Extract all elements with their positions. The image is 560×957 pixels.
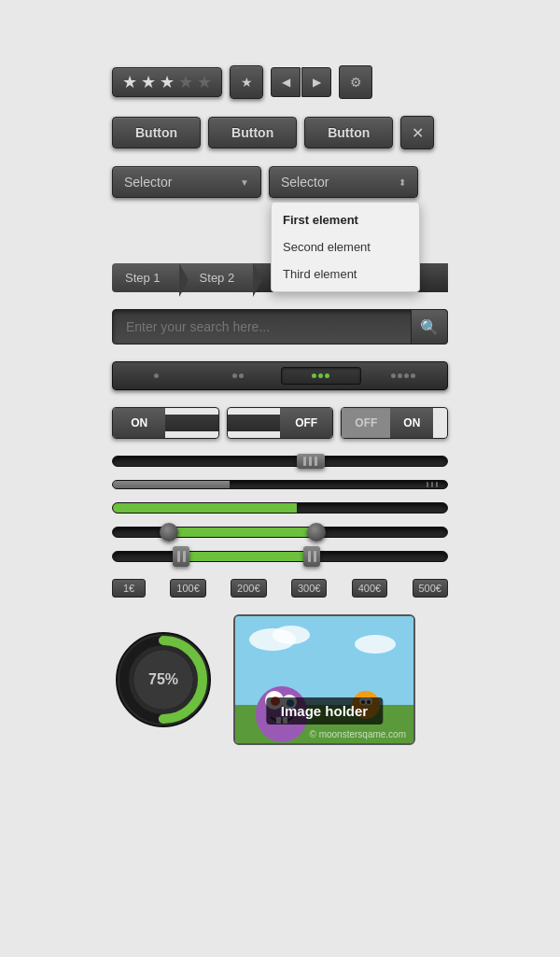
star-single-button[interactable]: ★ xyxy=(230,65,263,99)
next-arrow-button[interactable]: ▶ xyxy=(301,67,331,97)
star-3[interactable]: ★ xyxy=(160,74,175,91)
bottom-row: 75% xyxy=(112,614,448,745)
button-1[interactable]: Button xyxy=(112,117,201,148)
dropdown-item-1[interactable]: First element xyxy=(272,206,419,233)
selector-right-label: Selector xyxy=(281,175,329,190)
selector-left[interactable]: Selector ▼ xyxy=(112,166,261,198)
prev-arrow-button[interactable]: ◀ xyxy=(271,67,301,97)
nav-arrows: ◀ ▶ xyxy=(271,67,331,97)
button-3[interactable]: Button xyxy=(304,117,393,148)
range-label-5: 500€ xyxy=(413,579,448,598)
selector-row: Selector ▼ Selector ⬍ First element Seco… xyxy=(112,166,448,198)
step-2[interactable]: Step 2 xyxy=(179,263,254,292)
button-2[interactable]: Button xyxy=(208,117,297,148)
slider-2-fill xyxy=(113,481,230,488)
button-row: Button Button Button ✕ xyxy=(112,116,448,149)
progress-percent: 75% xyxy=(148,671,178,688)
chevron-down-icon: ▼ xyxy=(240,177,249,188)
selector-left-label: Selector xyxy=(124,175,172,190)
slider-3-fill xyxy=(113,503,297,513)
image-holder: Image holder © moonstersqame.com xyxy=(233,614,415,745)
toggle-off-label-1 xyxy=(165,415,217,431)
dropdown-menu: First element Second element Third eleme… xyxy=(271,202,420,292)
slider-1-track xyxy=(112,456,448,467)
toggle-row: ON OFF OFF ON xyxy=(112,407,448,439)
range-label-0: 1€ xyxy=(112,579,146,598)
toggle-on-label-2 xyxy=(228,415,280,431)
image-holder-svg xyxy=(235,616,415,745)
gear-icon: ⚙ xyxy=(350,75,362,90)
sliders-section xyxy=(112,456,448,562)
step-1[interactable]: Step 1 xyxy=(112,263,179,292)
circular-progress: 75% xyxy=(112,628,215,731)
star-1[interactable]: ★ xyxy=(122,74,137,91)
slider-4-handle-right[interactable] xyxy=(307,523,326,542)
range-label-2: 200€ xyxy=(231,579,266,598)
slider-4-track xyxy=(112,527,448,538)
toggle-split-on: ON xyxy=(390,408,433,438)
step-2-arrow xyxy=(253,263,262,297)
close-button[interactable]: ✕ xyxy=(400,116,434,149)
svg-point-7 xyxy=(273,626,310,644)
search-input[interactable] xyxy=(112,309,448,345)
image-holder-label: Image holder xyxy=(266,697,383,725)
tabs-row xyxy=(112,361,448,390)
dropdown-item-3[interactable]: Third element xyxy=(272,260,419,288)
toggle-split-switch[interactable]: OFF ON xyxy=(341,407,448,439)
search-button[interactable]: 🔍 xyxy=(411,309,448,345)
chevron-updown-icon: ⬍ xyxy=(399,177,406,188)
range-label-3: 300€ xyxy=(291,579,327,598)
range-labels: 1€ 100€ 200€ 300€ 400€ 500€ xyxy=(112,579,448,598)
slider-4-handle-left[interactable] xyxy=(160,523,178,542)
slider-2-track xyxy=(112,480,448,489)
tab-3[interactable] xyxy=(281,367,361,385)
tab-4[interactable] xyxy=(365,367,443,385)
toggle-off-label-2: OFF xyxy=(280,408,332,438)
tab-1[interactable] xyxy=(118,367,196,385)
star-rating[interactable]: ★ ★ ★ ★ ★ xyxy=(112,67,222,97)
dropdown-item-2[interactable]: Second element xyxy=(272,233,419,260)
toggle-on-label: ON xyxy=(113,408,165,438)
star-rating-row: ★ ★ ★ ★ ★ ★ ◀ ▶ ⚙ xyxy=(112,65,448,99)
toggle-split-off: OFF xyxy=(342,408,390,438)
step-1-arrow xyxy=(179,263,189,297)
range-label-1: 100€ xyxy=(170,579,205,598)
svg-point-8 xyxy=(355,635,396,654)
search-row: 🔍 xyxy=(112,309,448,345)
tab-2[interactable] xyxy=(200,367,278,385)
ui-container: ★ ★ ★ ★ ★ ★ ◀ ▶ ⚙ Button Button Button ✕… xyxy=(112,65,448,745)
close-icon: ✕ xyxy=(412,124,424,142)
star-4[interactable]: ★ xyxy=(178,74,193,91)
toggle-on-switch[interactable]: ON xyxy=(112,407,219,439)
selector-right[interactable]: Selector ⬍ xyxy=(269,166,418,198)
star-2[interactable]: ★ xyxy=(141,74,156,91)
image-holder-credit: © moonstersqame.com xyxy=(309,729,406,739)
slider-3-track xyxy=(112,502,448,514)
toggle-off-switch[interactable]: OFF xyxy=(227,407,334,439)
slider-5-fill xyxy=(180,552,314,561)
star-5[interactable]: ★ xyxy=(197,74,212,91)
settings-button[interactable]: ⚙ xyxy=(339,65,372,99)
search-icon: 🔍 xyxy=(420,318,439,336)
slider-4-fill xyxy=(163,528,314,537)
range-label-4: 400€ xyxy=(352,579,387,598)
slider-5-track xyxy=(112,551,448,562)
